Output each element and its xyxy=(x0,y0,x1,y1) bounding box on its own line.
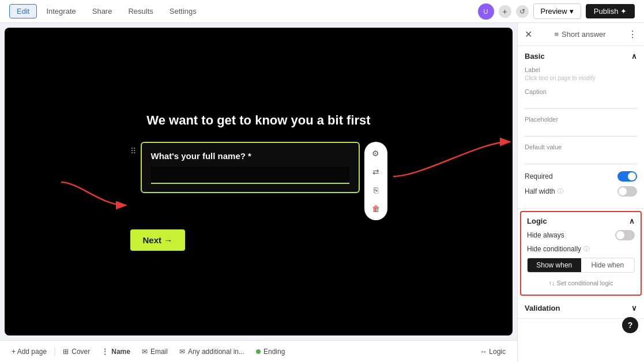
help-button[interactable]: ? xyxy=(622,317,638,333)
tab-share[interactable]: Share xyxy=(85,5,119,18)
preview-button[interactable]: Preview ▾ xyxy=(533,3,581,19)
canvas-content: We want to get to know you a bit first ⠿ xyxy=(5,28,513,335)
show-hide-tabs: Show when Hide when xyxy=(527,258,635,273)
cover-icon: ⊞ xyxy=(63,348,69,356)
field-actions: ⚙ ⇄ ⎘ 🗑 xyxy=(364,142,387,220)
field-input[interactable] xyxy=(151,167,349,184)
publish-button[interactable]: Publish ✦ xyxy=(586,4,635,18)
field-copy-button[interactable]: ⎘ xyxy=(368,182,384,198)
logic-section-header[interactable]: Logic ∧ xyxy=(521,212,641,230)
logic-section-body: Hide always Hide conditionally ⓘ Show wh… xyxy=(521,230,641,295)
panel-menu-button[interactable]: ⋮ xyxy=(628,29,637,40)
validation-section-header[interactable]: Validation ∨ xyxy=(518,298,644,318)
bottom-item-name[interactable]: ⋮ Name xyxy=(97,346,135,357)
label-field: Label Click text on page to modify xyxy=(525,66,637,81)
avatar: U xyxy=(478,3,494,20)
required-toggle-row: Required xyxy=(525,171,637,182)
basic-section-header[interactable]: Basic ∧ xyxy=(518,46,644,66)
canvas-area: 🖌 Theme We want to get to know you a bit… xyxy=(0,23,517,362)
field-duplicate-button[interactable]: ⇄ xyxy=(368,164,384,180)
form-title: We want to get to know you a bit first xyxy=(130,113,387,128)
logic-section: Logic ∧ Hide always Hide conditionally ⓘ… xyxy=(520,211,642,296)
basic-section: Basic ∧ Label Click text on page to modi… xyxy=(518,46,644,209)
top-nav: Edit Integrate Share Results Settings U … xyxy=(0,0,644,23)
ending-dot xyxy=(256,349,261,354)
field-wrapper: ⠿ What's your full name? * ⚙ ⇄ ⎘ 🗑 xyxy=(130,142,387,220)
bottom-item-ending[interactable]: Ending xyxy=(251,346,289,357)
drag-handle[interactable]: ⠿ xyxy=(130,142,136,156)
field-settings-button[interactable]: ⚙ xyxy=(368,145,384,161)
hide-conditionally-row: Hide conditionally ⓘ xyxy=(527,245,635,253)
bottom-item-additional[interactable]: ✉ Any additional in... xyxy=(175,346,249,357)
half-width-toggle-row: Half width ⓘ xyxy=(525,186,637,197)
field-label: What's your full name? * xyxy=(151,151,349,161)
chevron-down-icon: ▾ xyxy=(570,7,574,16)
placeholder-input[interactable] xyxy=(525,125,637,137)
nav-tabs: Edit Integrate Share Results Settings xyxy=(9,4,204,18)
chevron-down-icon-validation: ∨ xyxy=(631,304,637,312)
chevron-up-icon-logic: ∧ xyxy=(629,217,635,225)
arrow-left-svg xyxy=(55,176,130,211)
additional-icon: ✉ xyxy=(179,348,185,356)
default-value-input[interactable] xyxy=(525,152,637,164)
name-icon: ⋮ xyxy=(101,348,108,356)
show-when-tab[interactable]: Show when xyxy=(528,258,581,272)
chevron-up-icon: ∧ xyxy=(631,52,637,61)
info-icon: ⓘ xyxy=(558,187,563,195)
short-answer-icon: ≡ xyxy=(554,30,559,39)
field-delete-button[interactable]: 🗑 xyxy=(368,201,384,217)
tab-results[interactable]: Results xyxy=(121,5,160,18)
default-value-field: Default value xyxy=(525,144,637,164)
main-layout: 🖌 Theme We want to get to know you a bit… xyxy=(0,23,644,362)
next-button[interactable]: Next → xyxy=(130,229,186,251)
hide-always-label: Hide always xyxy=(527,231,564,239)
placeholder-field: Placeholder xyxy=(525,116,637,137)
bottom-bar: + Add page | ⊞ Cover ⋮ Name ✉ Email ✉ An… xyxy=(0,340,517,362)
tab-integrate[interactable]: Integrate xyxy=(39,5,82,18)
info-icon-conditional: ⓘ xyxy=(583,245,589,253)
half-width-label: Half width ⓘ xyxy=(525,187,563,195)
add-page-button[interactable]: + Add page xyxy=(7,346,51,357)
panel-header: ✕ ≡ Short answer ⋮ xyxy=(518,23,644,46)
hide-always-toggle[interactable] xyxy=(615,230,635,240)
set-conditional-link[interactable]: ↑↓ Set conditional logic xyxy=(527,277,635,289)
field-card: What's your full name? * xyxy=(141,142,360,193)
hide-always-row: Hide always xyxy=(527,230,635,240)
add-collaborator-button[interactable]: + xyxy=(499,5,511,18)
right-panel: ✕ ≡ Short answer ⋮ Basic ∧ Label Click t… xyxy=(517,23,644,362)
form-container: We want to get to know you a bit first ⠿ xyxy=(130,113,387,251)
hide-when-tab[interactable]: Hide when xyxy=(581,258,635,272)
bottom-item-email[interactable]: ✉ Email xyxy=(137,346,172,357)
label-field-label: Label xyxy=(525,66,637,73)
required-toggle[interactable] xyxy=(617,171,637,182)
email-icon: ✉ xyxy=(142,348,148,356)
logic-button[interactable]: ↔ Logic xyxy=(476,346,510,357)
arrow-right-svg xyxy=(387,136,513,182)
refresh-button[interactable]: ↺ xyxy=(516,5,529,18)
placeholder-field-label: Placeholder xyxy=(525,116,637,123)
hide-conditionally-label: Hide conditionally ⓘ xyxy=(527,245,589,253)
panel-type-label: ≡ Short answer xyxy=(554,30,605,39)
default-value-label: Default value xyxy=(525,144,637,150)
half-width-toggle[interactable] xyxy=(617,186,637,197)
tab-settings[interactable]: Settings xyxy=(163,5,204,18)
panel-close-button[interactable]: ✕ xyxy=(525,29,532,40)
nav-right: U + ↺ Preview ▾ Publish ✦ xyxy=(478,3,635,20)
required-label: Required xyxy=(525,172,553,180)
basic-section-body: Label Click text on page to modify Capti… xyxy=(518,66,644,208)
validation-section: Validation ∨ xyxy=(518,298,644,319)
label-field-hint: Click text on page to modify xyxy=(525,75,637,81)
caption-field: Caption xyxy=(525,88,637,109)
caption-field-label: Caption xyxy=(525,88,637,95)
caption-input[interactable] xyxy=(525,97,637,109)
bottom-item-cover[interactable]: ⊞ Cover xyxy=(58,346,95,357)
tab-edit[interactable]: Edit xyxy=(9,4,37,18)
